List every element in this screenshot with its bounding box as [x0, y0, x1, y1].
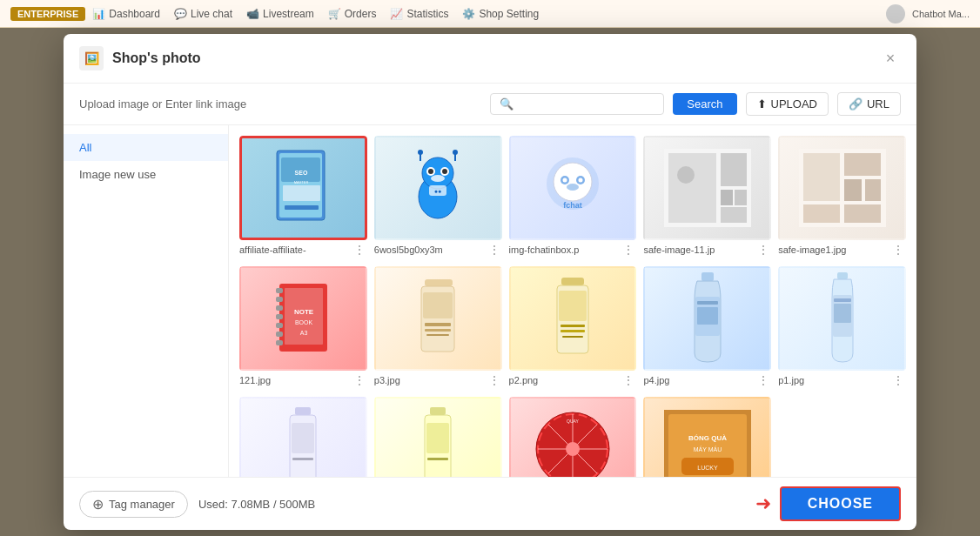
- image-thumb-wrap-13: BÓNG QUÀ MÁY MÁU LUCKY: [643, 397, 771, 477]
- svg-rect-45: [276, 305, 283, 311]
- upload-icon: ⬆: [757, 97, 767, 111]
- svg-rect-56: [423, 292, 453, 318]
- image-name-0: affiliate-affiliate-: [239, 245, 352, 255]
- svg-rect-30: [721, 153, 747, 186]
- toolbar-upload-label: Upload image or Enter link image: [79, 97, 481, 111]
- choose-arrow-area: ➜ CHOOSE: [755, 486, 901, 521]
- image-item-11[interactable]: ⋮: [374, 397, 502, 477]
- image-menu-btn-7[interactable]: ⋮: [621, 373, 636, 387]
- image-name-1: 6wosl5bg0xy3m: [374, 245, 487, 255]
- image-item-7[interactable]: p2.png ⋮: [509, 266, 637, 390]
- svg-rect-36: [803, 153, 840, 201]
- image-item-3[interactable]: safe-image-11.jp ⋮: [643, 136, 771, 259]
- dashboard-icon: 📊: [92, 8, 105, 20]
- nav-dashboard[interactable]: 📊 Dashboard: [92, 8, 160, 20]
- tag-manager-button[interactable]: ⊕ Tag manager: [79, 491, 188, 518]
- topbar-right: Chatbot Ma...: [886, 4, 970, 23]
- image-item-4[interactable]: safe-image1.jpg ⋮: [778, 136, 906, 259]
- image-label-row-8: p4.jpg ⋮: [643, 371, 771, 390]
- url-button[interactable]: 🔗 URL: [837, 92, 901, 116]
- sidebar-item-image-new-use[interactable]: Image new use: [64, 161, 228, 188]
- image-item-5[interactable]: NOTE BOOK A3 121.jpg ⋮: [239, 266, 367, 390]
- image-item-12[interactable]: QUAY: [509, 397, 637, 477]
- image-item-10[interactable]: ⋮: [239, 397, 367, 477]
- svg-rect-74: [295, 407, 311, 415]
- image-item-8[interactable]: p4.jpg ⋮: [643, 266, 771, 390]
- svg-rect-37: [844, 153, 881, 176]
- svg-rect-63: [560, 325, 585, 327]
- svg-rect-76: [292, 423, 314, 453]
- image-item-9[interactable]: p1.jpg ⋮: [778, 266, 906, 390]
- svg-point-21: [554, 163, 592, 201]
- choose-button[interactable]: CHOOSE: [780, 486, 901, 521]
- svg-rect-5: [283, 185, 320, 201]
- image-label-row-6: p3.jpg ⋮: [374, 371, 502, 390]
- svg-text:MÁY MÁU: MÁY MÁU: [694, 446, 722, 452]
- image-item-6[interactable]: p3.jpg ⋮: [374, 266, 502, 390]
- svg-rect-43: [276, 288, 283, 293]
- image-label-row-7: p2.png ⋮: [509, 371, 637, 390]
- shop-setting-icon: ⚙️: [462, 8, 475, 20]
- image-item-13[interactable]: BÓNG QUÀ MÁY MÁU LUCKY: [643, 397, 771, 477]
- chatbot-label: Chatbot Ma...: [912, 9, 970, 19]
- top-nav: 📊 Dashboard 💬 Live chat 📹 Livestream 🛒 O…: [92, 8, 879, 20]
- svg-text:SEO: SEO: [295, 170, 308, 176]
- image-label-row-3: safe-image-11.jp ⋮: [643, 240, 771, 259]
- orders-icon: 🛒: [328, 8, 341, 20]
- svg-rect-44: [276, 297, 283, 302]
- upload-button[interactable]: ⬆ UPLOAD: [746, 92, 829, 116]
- svg-rect-58: [425, 329, 451, 332]
- svg-point-12: [442, 169, 447, 174]
- svg-point-11: [428, 169, 433, 174]
- svg-text:LUCKY: LUCKY: [697, 465, 718, 471]
- enterprise-badge[interactable]: ENTERPRISE: [10, 7, 85, 21]
- svg-rect-59: [426, 334, 449, 336]
- nav-shop-setting[interactable]: ⚙️ Shop Setting: [462, 8, 539, 20]
- image-name-3: safe-image-11.jp: [643, 245, 755, 255]
- nav-livechat[interactable]: 💬 Live chat: [174, 8, 232, 20]
- image-item-1[interactable]: ●● 6wosl5bg0xy3m ⋮: [374, 136, 502, 259]
- nav-statistics[interactable]: 📈 Statistics: [390, 8, 448, 20]
- image-menu-btn-3[interactable]: ⋮: [755, 243, 771, 257]
- image-label-row-2: img-fchatinbox.p ⋮: [509, 240, 637, 259]
- svg-rect-66: [701, 272, 714, 281]
- svg-rect-46: [276, 314, 283, 319]
- image-name-2: img-fchatinbox.p: [509, 245, 621, 255]
- image-menu-btn-0[interactable]: ⋮: [352, 243, 367, 257]
- image-menu-btn-5[interactable]: ⋮: [352, 373, 367, 387]
- image-thumb-wrap-11: [374, 397, 502, 477]
- svg-rect-6: [285, 205, 319, 210]
- svg-rect-33: [721, 207, 747, 223]
- svg-rect-54: [425, 279, 453, 286]
- shop-photo-modal: 🖼️ Shop's photo × Upload image or Enter …: [64, 34, 916, 530]
- image-menu-btn-6[interactable]: ⋮: [487, 373, 502, 387]
- modal-header: 🖼️ Shop's photo ×: [64, 34, 916, 84]
- svg-rect-64: [560, 330, 585, 332]
- image-menu-btn-4[interactable]: ⋮: [890, 243, 906, 257]
- sidebar-item-all[interactable]: All: [64, 134, 228, 161]
- image-label-row-0: affiliate-affiliate- ⋮: [239, 240, 367, 259]
- nav-livestream[interactable]: 📹 Livestream: [246, 8, 314, 20]
- image-item-2[interactable]: fchat img-fchatinbox.p ⋮: [509, 136, 637, 259]
- modal-close-button[interactable]: ×: [880, 48, 901, 69]
- image-menu-btn-8[interactable]: ⋮: [755, 373, 771, 387]
- search-wrapper: 🔍: [490, 93, 664, 115]
- nav-orders[interactable]: 🛒 Orders: [328, 8, 377, 20]
- svg-text:NOTE: NOTE: [294, 308, 314, 316]
- image-item-0[interactable]: SEO MASTER affiliate-affiliate- ⋮: [239, 136, 367, 259]
- image-thumb-wrap-10: [239, 397, 367, 477]
- svg-point-24: [562, 178, 567, 183]
- image-menu-btn-9[interactable]: ⋮: [890, 373, 906, 387]
- image-menu-btn-2[interactable]: ⋮: [621, 243, 636, 257]
- search-input[interactable]: [519, 97, 654, 111]
- svg-text:fchat: fchat: [563, 201, 582, 210]
- svg-rect-62: [559, 291, 587, 321]
- image-menu-btn-1[interactable]: ⋮: [487, 243, 502, 257]
- svg-point-13: [431, 175, 445, 182]
- search-button[interactable]: Search: [673, 93, 736, 115]
- svg-rect-70: [837, 272, 848, 279]
- svg-rect-77: [292, 458, 313, 460]
- modal-title: Shop's photo: [112, 50, 871, 66]
- image-label-row-4: safe-image1.jpg ⋮: [778, 240, 906, 259]
- topbar: ENTERPRISE 📊 Dashboard 💬 Live chat 📹 Liv…: [0, 0, 980, 28]
